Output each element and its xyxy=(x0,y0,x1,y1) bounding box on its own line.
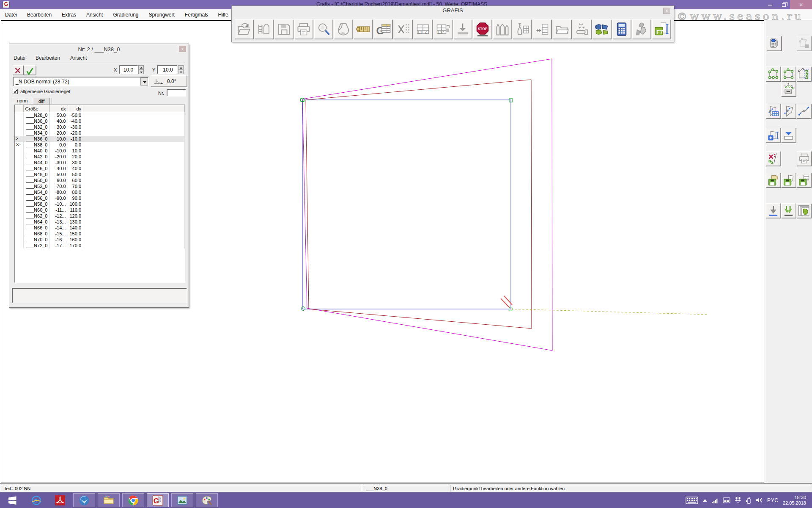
measurement-table-icon[interactable] xyxy=(533,19,551,39)
menu-item-ansicht[interactable]: Ansicht xyxy=(85,11,104,19)
base-size-contour[interactable] xyxy=(302,100,511,309)
table-row[interactable]: ___N62_0-12...120.0 xyxy=(15,213,185,219)
save-table-icon[interactable] xyxy=(796,173,811,188)
dropbox-icon[interactable] xyxy=(735,497,741,503)
save-folder-icon[interactable] xyxy=(766,173,781,188)
table-row[interactable]: ___N52_0-70.070.0 xyxy=(15,183,185,189)
thunderbird-icon[interactable] xyxy=(73,493,95,507)
clock[interactable]: 18:30 22.05.2018 xyxy=(783,495,806,506)
close-button[interactable]: × xyxy=(790,0,812,9)
pieces-gray-icon[interactable] xyxy=(632,19,651,39)
spin-up-icon[interactable] xyxy=(178,65,184,70)
menu-item-extras[interactable]: Extras xyxy=(61,11,77,19)
table-row[interactable]: >>___N38_00.00.0 xyxy=(15,142,185,148)
y-spinner[interactable] xyxy=(178,65,184,74)
table-row[interactable]: ___N32_030.0-30.0 xyxy=(15,124,185,130)
grafis-icon[interactable]: G xyxy=(147,493,169,507)
adobe-reader-icon[interactable] xyxy=(49,493,71,507)
save-piece-icon[interactable] xyxy=(781,173,796,188)
calc-check-icon[interactable] xyxy=(767,36,782,51)
minimize-button[interactable] xyxy=(764,0,776,9)
export-green-icon[interactable] xyxy=(781,203,796,218)
export-arrow-icon[interactable] xyxy=(766,203,781,218)
column-dx[interactable]: dx xyxy=(49,105,68,112)
sizes-table[interactable]: Größe dx dy ___N28_050.0-50.0___N30_040.… xyxy=(14,105,185,283)
column-size[interactable]: Größe xyxy=(23,105,49,112)
calculator-icon[interactable] xyxy=(612,19,631,39)
keyboard-icon[interactable] xyxy=(686,497,698,504)
window-cards-icon[interactable] xyxy=(723,497,730,503)
y-input[interactable] xyxy=(157,65,177,74)
table-row[interactable]: ___N46_0-40.040.0 xyxy=(15,166,185,171)
table-row[interactable]: ___N70_0-16...160.0 xyxy=(15,237,185,243)
table-row[interactable]: ___N58_0-10...100.0 xyxy=(15,201,185,207)
piece-curve-points-icon[interactable] xyxy=(781,104,796,119)
frames-piece-icon[interactable] xyxy=(796,203,811,218)
print-icon[interactable] xyxy=(294,19,313,39)
save-model-icon[interactable] xyxy=(274,19,293,39)
spin-up-icon[interactable] xyxy=(138,65,144,70)
internet-explorer-icon[interactable]: e xyxy=(26,493,47,507)
dialog-menu-datei[interactable]: Datei xyxy=(14,55,25,61)
table-row[interactable]: ___N50_0-60.060.0 xyxy=(15,177,185,183)
paint-icon[interactable] xyxy=(196,493,218,507)
grafis-toolbar-close-button[interactable]: x xyxy=(663,8,670,14)
f7-icon[interactable]: F7 xyxy=(652,19,671,39)
file-explorer-icon[interactable] xyxy=(98,493,120,507)
menu-item-sprungwert[interactable]: Sprungwert xyxy=(148,11,175,19)
pattern-pieces-icon[interactable] xyxy=(493,19,512,39)
nr-input[interactable] xyxy=(167,89,186,97)
grading-standards-icon[interactable] xyxy=(255,19,273,39)
table-row[interactable]: ___N30_040.0-40.0 xyxy=(15,118,185,124)
dialog-menu-ansicht[interactable]: Ansicht xyxy=(70,55,87,61)
x-input[interactable] xyxy=(119,65,138,74)
point-handle-circle[interactable] xyxy=(302,307,305,311)
piece-curve-icon[interactable] xyxy=(334,19,353,39)
dialog-menu-bearbeiten[interactable]: Bearbeiten xyxy=(36,55,60,61)
language-indicator[interactable]: РУС xyxy=(767,497,779,503)
chevron-up-icon[interactable] xyxy=(702,499,708,502)
mannequin-sizes-icon[interactable] xyxy=(513,19,532,39)
middle-size-contour[interactable] xyxy=(306,80,532,329)
maximize-button[interactable] xyxy=(777,0,790,9)
tape-measure-icon[interactable] xyxy=(354,19,373,39)
dots-selection-icon[interactable] xyxy=(796,66,811,81)
outer-size-contour[interactable] xyxy=(302,59,552,351)
insert-point-icon[interactable] xyxy=(453,19,472,39)
lay-plan-icon[interactable] xyxy=(553,19,571,39)
tab-diff[interactable]: diff xyxy=(33,98,50,105)
value-table-e17-icon[interactable]: E17 xyxy=(433,19,452,39)
dialog-close-button[interactable]: x xyxy=(179,46,186,52)
menu-item-fertigmaß[interactable]: Fertigmaß xyxy=(184,11,209,19)
table-row[interactable]: ___N48_0-50.050.0 xyxy=(15,171,185,177)
marker-export-icon[interactable] xyxy=(573,19,591,39)
tab-norm[interactable]: norm xyxy=(13,97,32,105)
curve-handles-icon[interactable] xyxy=(796,104,811,119)
stop-icon[interactable]: STOP xyxy=(473,19,492,39)
abort-button[interactable] xyxy=(13,65,23,75)
photo-viewer-icon[interactable] xyxy=(171,493,193,507)
table-row[interactable]: ___N34_020.0-20.0 xyxy=(15,130,185,136)
table-row[interactable]: ___N56_0-90.090.0 xyxy=(15,195,185,201)
apply-button[interactable] xyxy=(24,65,36,75)
table-row[interactable]: ___N60_0-11...110.0 xyxy=(15,207,185,213)
delete-point-icon[interactable] xyxy=(394,19,412,39)
table-row[interactable]: >___N36_010.0-10.0 xyxy=(15,136,185,142)
menu-item-datei[interactable]: Datei xyxy=(4,11,18,19)
general-rule-checkbox[interactable] xyxy=(13,89,18,94)
menu-item-bearbeiten[interactable]: Bearbeiten xyxy=(26,11,52,19)
spin-down-icon[interactable] xyxy=(138,70,144,75)
piece-green-dots-icon[interactable] xyxy=(766,66,781,81)
x-spinner[interactable] xyxy=(138,65,144,74)
table-row[interactable]: ___N72_0-17...170.0 xyxy=(15,243,185,248)
piece-table-points-icon[interactable] xyxy=(766,104,781,119)
table-row[interactable]: ___N68_0-15...150.0 xyxy=(15,231,185,237)
usb-icon[interactable] xyxy=(746,497,752,504)
start-button[interactable] xyxy=(1,493,23,507)
renumber-points-icon[interactable]: 123 xyxy=(781,82,796,97)
piece-dots-dashed-icon[interactable] xyxy=(781,66,796,81)
table-row[interactable]: ___N54_0-80.080.0 xyxy=(15,189,185,195)
printer-icon[interactable] xyxy=(797,151,812,166)
open-model-icon[interactable] xyxy=(235,19,253,39)
grading-rule-select[interactable]: _N DOB normal (28-72) xyxy=(13,77,149,86)
